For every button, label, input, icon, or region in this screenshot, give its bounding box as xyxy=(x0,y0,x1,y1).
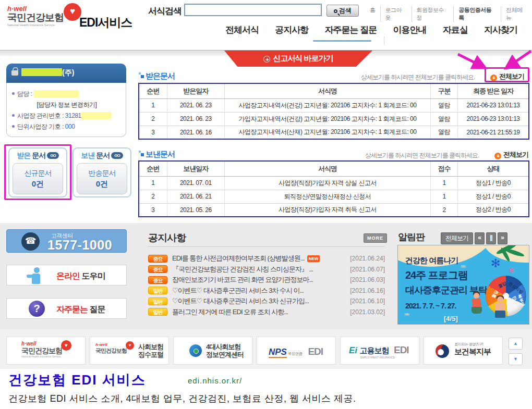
board-view-all-button[interactable]: 전체보기 xyxy=(441,232,473,244)
callcenter-box[interactable]: ☎ 고객센터 1577-1000 xyxy=(6,229,127,253)
table-cell: 열람 xyxy=(430,126,457,139)
manager-row: 담당 : xyxy=(12,90,122,98)
partner-logo-nhis[interactable]: h·well 국민건강보험 National Health Insurance … xyxy=(6,337,86,365)
board-title: 알림판 xyxy=(398,231,425,243)
nhis-logo[interactable]: h·well 국민건강보험 National Health Insurance … xyxy=(7,5,72,27)
header: h·well 국민건강보험 National Health Insurance … xyxy=(0,0,532,51)
nav-active-underline xyxy=(313,40,371,42)
table-row[interactable]: 3 2021. 05. 26 사업장(직장)가입자 자격 취득 신고서 2 정상… xyxy=(139,203,529,217)
table-cell: 2021. 07. 01 xyxy=(167,176,224,190)
faq-button[interactable]: ? 자주묻는 질문 xyxy=(6,298,127,319)
notice-item[interactable]: 일반 ♡이벤트♡ 대사증후군관리 서비스 3차 수시 이... [2021.06… xyxy=(148,286,385,296)
col-header: 구분 xyxy=(430,83,457,98)
notices-list: 중요 EDI를 통한 사전급여제한여부조회 (상병발생원... NEW [202… xyxy=(148,253,385,317)
manager-edit-link[interactable]: [담당자 정보 변경하기] xyxy=(12,101,122,109)
phone-icon: ☎ xyxy=(21,232,40,251)
banner-line2: 24주 프로그램 xyxy=(405,268,468,282)
nav-faq[interactable]: 자주묻는 질문 xyxy=(325,24,377,36)
table-cell: 정상1 / 반송0 xyxy=(458,190,529,203)
col-header: 최종 받은 일자 xyxy=(458,83,529,98)
sent-go-button[interactable]: GO xyxy=(111,152,123,159)
board-next-button[interactable]: » xyxy=(498,232,507,244)
returned-docs-button[interactable]: 반송문서 0건 xyxy=(77,163,127,194)
sent-docs-box: 보낸 문서GO 반송문서 0건 xyxy=(72,147,131,197)
site-link-title[interactable]: 건강보험 EDI 서비스 xyxy=(8,371,146,389)
company-suffix: (주) xyxy=(62,68,74,77)
search-icon xyxy=(334,9,337,13)
nav-archive[interactable]: 자료실 xyxy=(443,24,468,36)
sent-view-all-button[interactable]: +전체보기 xyxy=(494,150,528,159)
board-prev-button[interactable]: « xyxy=(475,232,485,244)
search-input[interactable] xyxy=(184,4,322,16)
heart-icon: ♥ xyxy=(126,341,134,350)
partner-logo-social-insurance-portal[interactable]: h·well 국민건강보험 ♥ 사회보험 징수포털 xyxy=(90,337,169,365)
search-button[interactable]: 검색 xyxy=(327,5,359,17)
badge-important: 중요 xyxy=(148,276,167,284)
badge-normal: 일반 xyxy=(148,287,167,294)
table-cell: 가입자고지내역서(건강) 고지년월: 202106 고지차수: 1 회계코드: … xyxy=(224,112,430,126)
swirl-icon xyxy=(189,344,202,357)
nav-all-forms[interactable]: 전체서식 xyxy=(225,24,259,36)
logo-org-name: 국민건강보험 xyxy=(7,12,72,23)
notice-item[interactable]: 중요 『국민건강보험공단 건강검진 사칭 스미싱문자』 ... [2021.06… xyxy=(148,264,385,275)
notice-item[interactable]: 중요 EDI를 통한 사전급여제한여부조회 (상병발생원... NEW [202… xyxy=(148,253,385,264)
partner-logo-mohw[interactable]: 힘이되는 평생친구! 보건복지부 xyxy=(424,337,503,365)
utility-sitemap[interactable]: 전체메뉴 xyxy=(501,6,532,22)
received-go-button[interactable]: GO xyxy=(47,152,58,159)
col-header: 순번 xyxy=(139,83,167,98)
promo-banner[interactable]: ✻ ✻ ≈≈ ≈≈ 건강한 여름나기 24주 프로그램 대사증후군관리 부탁해~… xyxy=(397,245,529,325)
col-header: 서식명 xyxy=(224,161,430,176)
nav-branch-finder[interactable]: 지사찾기 xyxy=(484,24,517,36)
partner-logo-4-insurances-center[interactable]: 4대사회보험 정보연계센터 xyxy=(173,337,252,365)
board-controls: 전체보기 « ∥ » xyxy=(441,232,507,244)
table-row[interactable]: 2 2021. 06. 21 퇴직정산/연말정산재정산 신청서 1 정상1 / … xyxy=(139,190,529,203)
received-docs-table: 순번 받은일자 서식명 구분 최종 받은 일자 1 2021. 06. 23 사… xyxy=(138,83,529,140)
table-cell: 열람 xyxy=(430,98,457,112)
utility-links: 홈 로그아웃 회원정보수정 공동인증서등록 전체메뉴 xyxy=(365,6,532,22)
plus-circle-icon: + xyxy=(494,153,501,159)
user-info-box: (주) 담당 : [담당자 정보 변경하기] 사업장 관리번호 : 31281 … xyxy=(6,64,126,137)
logo-hwell: h·well xyxy=(7,5,72,12)
table-cell: 2 xyxy=(430,203,457,217)
table-row[interactable]: 1 2021. 07. 01 사업장(직장)가입자 자격 상실 신고서 1 정상… xyxy=(139,176,529,190)
notices-divider xyxy=(148,246,385,247)
table-cell: 사업장고지내역서(건강) 고지년월: 202106 고지차수: 1 회계코드: … xyxy=(224,98,430,112)
person-icon xyxy=(27,267,43,285)
badge-normal: 일반 xyxy=(148,298,167,305)
table-header-row: 순번 받은일자 서식명 구분 최종 받은 일자 xyxy=(139,83,529,98)
table-row[interactable]: 1 2021. 06. 23 사업장고지내역서(건강) 고지년월: 202106… xyxy=(139,98,529,112)
plus-circle-icon: + xyxy=(490,75,497,81)
logo-scroll-down-button[interactable]: ▼ xyxy=(509,353,523,365)
online-helper-button[interactable]: 온라인 도우미 xyxy=(6,265,127,286)
received-section-title: 받은문서 xyxy=(139,71,175,81)
badge-important: 중요 xyxy=(148,255,167,263)
table-cell: 퇴직정산/연말정산재정산 신청서 xyxy=(224,190,430,203)
utility-cert-register[interactable]: 공동인증서등록 xyxy=(453,6,501,22)
notices-more-button[interactable]: MORE xyxy=(364,233,387,243)
table-row[interactable]: 2 2021. 06. 23 가입자고지내역서(건강) 고지년월: 202106… xyxy=(139,112,529,126)
notice-item[interactable]: 중요 장애인보조기기 바코드 관리 화면 요양기관정보마... [2021.06… xyxy=(148,275,385,286)
person-illustration xyxy=(470,291,483,323)
notice-item[interactable]: 일반 ♡이벤트♡ 대사증후군관리 서비스 3차 신규가입... [2021.06… xyxy=(148,296,385,307)
report-forms-shortcut-ribbon[interactable]: +신고서식 바로가기 xyxy=(224,51,372,67)
partner-logo-nps-edi[interactable]: NPS국민연금 EDI xyxy=(257,337,336,365)
nav-guide[interactable]: 이용안내 xyxy=(393,24,426,36)
utility-home[interactable]: 홈 xyxy=(365,6,380,22)
received-docs-box-title: 받은 문서GO xyxy=(9,151,66,160)
col-header: 받은일자 xyxy=(167,83,224,98)
partner-logo-employment-insurance-edi[interactable]: Ei 고용보험 EDI EMPLOYMENT INSURANCE xyxy=(340,337,419,365)
table-row[interactable]: 3 2021. 06. 16 사업장고지내역서(산재) 고지년월: 202106… xyxy=(139,126,529,139)
utility-logout[interactable]: 로그아웃 xyxy=(380,6,412,22)
table-cell: 사업장(직장)가입자 자격 취득 신고서 xyxy=(224,203,430,217)
new-docs-button[interactable]: 신규문서 0건 xyxy=(13,163,63,194)
heart-icon: ♥ xyxy=(61,340,71,351)
logo-scroll-up-button[interactable]: ▲ xyxy=(509,338,523,350)
utility-member-info[interactable]: 회원정보수정 xyxy=(412,6,454,22)
banner-page-indicator: [4/5] xyxy=(444,315,458,323)
received-view-all-button[interactable]: +전체보기 xyxy=(490,72,524,81)
notices-title: 공지사항 xyxy=(148,231,186,245)
board-pause-button[interactable]: ∥ xyxy=(486,232,496,244)
banner-line1: 건강한 여름나기 xyxy=(405,256,458,266)
notice-item[interactable]: 일반 플러그인 제거에 따른 EDI 오류 조치 사항... [2021.03.… xyxy=(148,307,385,318)
nav-notices[interactable]: 공지사항 xyxy=(275,24,308,36)
